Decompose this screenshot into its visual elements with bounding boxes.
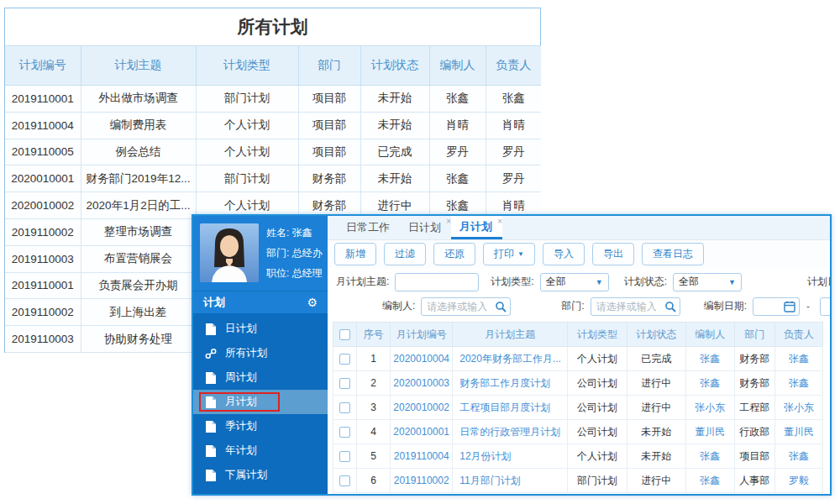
bg-cell-r8c0: 2019110002 <box>5 299 81 326</box>
cell-plan-subject[interactable]: 日常的行政管理月计划 <box>453 420 568 444</box>
page-title: 所有计划 <box>5 8 540 45</box>
sidebar-item-下属计划[interactable]: 下属计划 <box>193 463 328 487</box>
filter-select-plan-type[interactable]: 全部▼ <box>540 273 609 291</box>
toolbar-button-label: 导入 <box>554 247 574 261</box>
row-checkbox[interactable] <box>339 475 350 486</box>
sidebar-item-周计划[interactable]: 周计划 <box>193 365 328 390</box>
table-row: 2019110005例会总结个人计划项目部已完成罗丹罗丹 <box>5 139 541 165</box>
cell-plan-subject[interactable]: 财务部工作月度计划 <box>453 371 568 396</box>
bg-cell-r1c6: 肖晴 <box>486 112 541 139</box>
cell-plan-status: 进行中 <box>627 469 685 493</box>
cell-plan-subject[interactable]: 工程项目部月度计划 <box>453 396 568 420</box>
filter-input-field-create-date-end[interactable] <box>821 298 830 315</box>
sidebar-item-日计划[interactable]: 日计划 <box>193 317 328 341</box>
row-checkbox[interactable] <box>339 451 350 462</box>
toolbar-button-label: 打印 <box>494 247 514 261</box>
cell-owner[interactable]: 张鑫 <box>774 444 822 469</box>
cell-creator[interactable]: 张鑫 <box>685 371 734 396</box>
cell-plan-code[interactable]: 2020010001 <box>391 420 453 444</box>
cell-plan-subject[interactable]: 11月部门计划 <box>453 469 568 493</box>
plan-app-window: 姓名: 张鑫 部门: 总经办 职位: 总经理 计划 ⚙ 日计划所有计划周计划月计… <box>192 214 832 496</box>
tab-日计划[interactable]: 日计划× <box>400 216 451 239</box>
cell-no: 5 <box>357 444 391 469</box>
cell-plan-code[interactable]: 2020010004 <box>391 347 453 371</box>
cell-plan-code[interactable]: 2019110004 <box>391 444 453 469</box>
select-all-checkbox[interactable] <box>339 329 350 340</box>
cell-creator[interactable]: 董川民 <box>685 420 734 444</box>
cell-owner[interactable]: 张鑫 <box>774 347 822 371</box>
sidebar-item-年计划[interactable]: 年计划 <box>193 438 328 463</box>
cell-owner[interactable]: 董川民 <box>774 420 822 444</box>
bg-cell-r9c0: 2019110003 <box>5 326 81 353</box>
sidebar-item-label: 所有计划 <box>225 346 267 360</box>
document-icon <box>205 421 217 433</box>
bg-cell-r2c0: 2019110005 <box>5 139 81 165</box>
list-item: 120200100042020年财务部工作月...个人计划已完成张鑫财务部张鑫 <box>333 347 823 371</box>
gear-icon[interactable]: ⚙ <box>307 296 318 309</box>
sidebar-item-所有计划[interactable]: 所有计划 <box>193 341 328 365</box>
cell-department: 项目部 <box>734 444 774 469</box>
select-value: 全部 <box>679 275 699 289</box>
row-checkbox-cell <box>333 444 357 469</box>
toolbar: 新增过滤还原打印▼导入导出查看日志 <box>328 240 830 268</box>
sidebar-item-label: 周计划 <box>225 370 257 385</box>
cell-creator[interactable]: 张鑫 <box>685 469 734 493</box>
profile-name: 姓名: 张鑫 <box>266 226 323 240</box>
tab-月计划[interactable]: 月计划× <box>451 216 502 239</box>
row-checkbox[interactable] <box>339 378 350 389</box>
search-icon[interactable] <box>495 301 507 312</box>
filter-input-create-date-start <box>753 297 800 316</box>
search-icon[interactable] <box>664 301 676 312</box>
cell-plan-status: 未开始 <box>627 444 685 469</box>
cell-plan-code[interactable]: 2020010002 <box>391 396 453 420</box>
cell-creator[interactable]: 张小东 <box>685 396 734 420</box>
bg-cell-r3c4: 未开始 <box>360 165 429 192</box>
bg-cell-r5c0: 2019110002 <box>5 218 81 245</box>
filter-input-field-monthly-plan-subject[interactable] <box>396 274 478 291</box>
toolbar-button-还原[interactable]: 还原 <box>433 243 475 265</box>
cell-plan-status: 进行中 <box>627 371 685 396</box>
calendar-icon[interactable] <box>784 301 795 312</box>
sidebar-item-label: 日计划 <box>225 322 257 336</box>
cell-plan-code[interactable]: 2019110002 <box>391 469 453 493</box>
row-checkbox-cell <box>333 347 357 371</box>
row-checkbox[interactable] <box>339 427 350 438</box>
row-checkbox[interactable] <box>339 354 350 365</box>
toolbar-button-打印[interactable]: 打印▼ <box>483 243 535 265</box>
cell-no: 1 <box>357 347 391 371</box>
close-icon[interactable]: × <box>497 217 502 226</box>
cell-owner[interactable]: 张小东 <box>774 396 822 420</box>
toolbar-button-导入[interactable]: 导入 <box>543 243 585 265</box>
cell-creator[interactable]: 张鑫 <box>685 444 734 469</box>
toolbar-button-导出[interactable]: 导出 <box>592 243 634 265</box>
toolbar-button-过滤[interactable]: 过滤 <box>384 243 426 265</box>
fg-col-header-4: 计划状态 <box>627 323 685 347</box>
cell-plan-subject[interactable]: 2020年财务部工作月... <box>453 347 568 371</box>
bg-cell-r3c3: 财务部 <box>298 165 360 192</box>
filter-select-plan-status[interactable]: 全部▼ <box>673 273 742 291</box>
cell-plan-code[interactable]: 2020010003 <box>391 371 453 396</box>
bg-cell-r2c1: 例会总结 <box>81 139 196 165</box>
sidebar-item-季计划[interactable]: 季计划 <box>193 414 328 438</box>
row-checkbox[interactable] <box>339 402 350 413</box>
filter-label-plan-type: 计划类型: <box>491 275 533 289</box>
select-value: 全部 <box>546 275 566 289</box>
cell-plan-type: 个人计划 <box>568 444 627 469</box>
bg-cell-r8c1: 到上海出差 <box>81 299 196 326</box>
toolbar-button-新增[interactable]: 新增 <box>334 243 376 265</box>
link-icon <box>205 348 217 360</box>
cell-owner[interactable]: 罗毅 <box>774 469 822 493</box>
cell-creator[interactable]: 张鑫 <box>685 347 734 371</box>
sidebar-item-月计划[interactable]: 月计划 <box>193 390 328 414</box>
cell-no: 4 <box>357 420 391 444</box>
sidebar: 姓名: 张鑫 部门: 总经办 职位: 总经理 计划 ⚙ 日计划所有计划周计划月计… <box>193 216 328 494</box>
tab-日常工作[interactable]: 日常工作 <box>338 216 400 239</box>
filter-label-monthly-plan-subject: 月计划主题: <box>336 275 389 289</box>
profile-position: 职位: 总经理 <box>266 266 323 281</box>
cell-plan-subject[interactable]: 12月份计划 <box>453 444 568 469</box>
monthly-plan-table: 序号月计划编号月计划主题计划类型计划状态编制人部门负责人 12020010004… <box>333 322 823 493</box>
cell-owner[interactable]: 张鑫 <box>774 371 822 396</box>
bg-cell-r1c1: 编制费用表 <box>81 112 196 139</box>
toolbar-button-查看日志[interactable]: 查看日志 <box>642 243 704 265</box>
select-all-header <box>333 323 357 347</box>
